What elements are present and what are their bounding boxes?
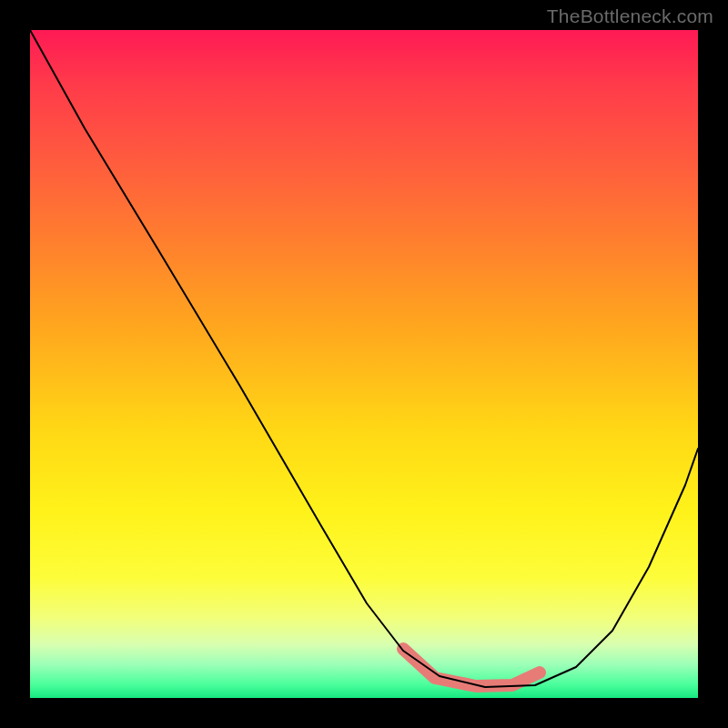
chart-frame: TheBottleneck.com <box>0 0 728 728</box>
watermark-text: TheBottleneck.com <box>547 5 713 27</box>
chart-plot-area <box>30 30 698 698</box>
chart-svg <box>30 30 698 698</box>
bottleneck-curve <box>30 30 698 687</box>
highlight-band <box>403 649 540 686</box>
